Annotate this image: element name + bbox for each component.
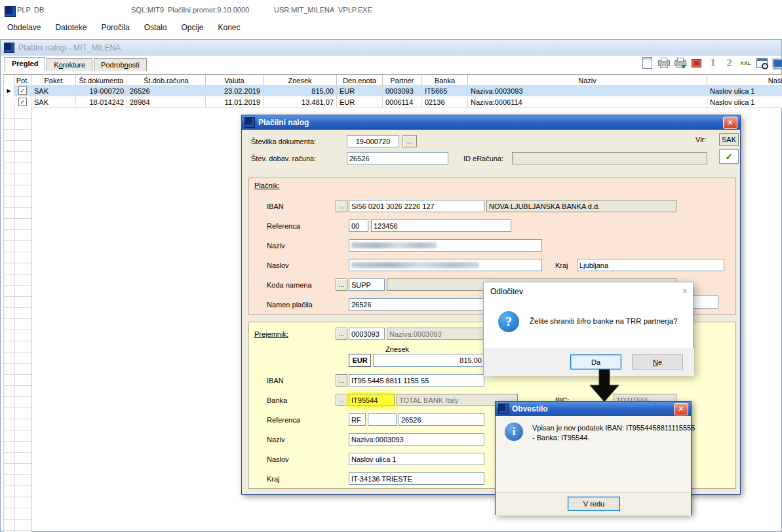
partner-input[interactable]: 0003093 bbox=[349, 328, 385, 340]
decision-dialog: Odločitev × ? Želite shraniti šifro bank… bbox=[483, 282, 694, 375]
placnik-ref-input[interactable]: 123456 bbox=[371, 219, 511, 232]
col-naziv[interactable]: Naziv bbox=[468, 75, 707, 86]
stev-dobav-label: Štev. dobav. računa: bbox=[251, 155, 316, 162]
yes-button[interactable]: Da bbox=[570, 354, 621, 370]
vir-field: SAK bbox=[719, 133, 739, 146]
tab-pregled[interactable]: Pregled bbox=[5, 57, 45, 71]
col-valuta[interactable]: Valuta bbox=[206, 75, 264, 86]
ref-check-input[interactable] bbox=[368, 413, 397, 426]
prejemnik-naslov-input[interactable]: Naslov ulica 1 bbox=[349, 453, 484, 465]
placnik-iban-lookup-button[interactable]: ... bbox=[336, 200, 347, 212]
toolbar: 1 2 XXL bbox=[640, 56, 782, 70]
no-button[interactable]: Ne bbox=[632, 354, 683, 370]
partner-name-field: Naziva:0003093 bbox=[387, 328, 485, 340]
print-icon[interactable] bbox=[656, 56, 671, 70]
placnik-naslov-label: Naslov bbox=[267, 261, 289, 269]
dialog-title: Plačilni nalog bbox=[258, 118, 723, 127]
user-info: USR:MIT_MILENA bbox=[274, 6, 334, 14]
col-st-dob-racuna[interactable]: Št.dob.računa bbox=[127, 75, 206, 86]
col-naslov[interactable]: Naslov bbox=[707, 75, 782, 86]
stev-dobav-input[interactable]: 26526 bbox=[347, 152, 448, 164]
koda-namena-lookup-button[interactable]: ... bbox=[336, 278, 347, 291]
prejemnik-referenca-label: Referenca bbox=[267, 416, 300, 424]
placnik-kraj-input[interactable]: Ljubljana bbox=[577, 259, 724, 271]
col-banka[interactable]: Banka bbox=[422, 75, 468, 86]
check-icon: ✓ bbox=[725, 151, 733, 162]
col-znesek[interactable]: Znesek bbox=[264, 75, 337, 86]
close-icon[interactable]: × bbox=[674, 403, 688, 415]
placnik-section-label: Plačnik: bbox=[254, 181, 280, 189]
id-eracuna-label: ID eRačuna: bbox=[463, 155, 503, 162]
report-icon[interactable] bbox=[640, 56, 655, 70]
ref-model-input[interactable]: RF bbox=[349, 413, 366, 426]
menu-porocila[interactable]: Poročila bbox=[94, 21, 136, 34]
stevilka-lookup-button[interactable]: ... bbox=[402, 135, 417, 147]
menu-opcije[interactable]: Opcije bbox=[174, 21, 210, 34]
placnik-naziv-label: Naziv bbox=[267, 242, 285, 250]
prejemnik-section-label: Prejemnik: bbox=[254, 330, 288, 338]
prejemnik-naziv-input[interactable]: Naziva:0003093 bbox=[349, 433, 484, 446]
menu-ostalo[interactable]: Ostalo bbox=[137, 21, 174, 34]
namen-placila-input[interactable]: 26526 bbox=[349, 298, 484, 311]
amount-input[interactable]: 815,00 bbox=[373, 354, 484, 367]
placnik-naslov-input[interactable] bbox=[349, 259, 542, 271]
notice-title: Obvestilo bbox=[512, 404, 674, 413]
col-paket[interactable]: Paket bbox=[31, 75, 76, 86]
ref-input[interactable]: 26526 bbox=[399, 413, 484, 426]
col-st-dokumenta[interactable]: Št.dokumenta bbox=[76, 75, 127, 86]
page-one-button[interactable]: 1 bbox=[705, 56, 720, 70]
table-row[interactable]: ✓ SAK 18-014242 28984 11.01.2019 13.481,… bbox=[3, 96, 782, 108]
window-titlebar[interactable]: Plačilni nalogi - MIT_MILENA bbox=[1, 40, 781, 56]
ok-button[interactable]: V redu bbox=[568, 497, 620, 511]
col-partner[interactable]: Partner bbox=[383, 75, 422, 86]
table-row[interactable]: ▶ ✓ SAK 19-000720 26526 23.02.2019 815,0… bbox=[3, 85, 782, 97]
table-zoom-icon[interactable] bbox=[754, 56, 770, 70]
placnik-ref-model-input[interactable]: 00 bbox=[349, 219, 368, 232]
koda-namena-input[interactable]: SUPP bbox=[349, 278, 385, 291]
stevilka-input[interactable]: 19-000720 bbox=[347, 135, 399, 147]
col-den-enota[interactable]: Den.enota bbox=[337, 75, 383, 86]
question-icon: ? bbox=[498, 311, 519, 332]
page-two-button[interactable]: 2 bbox=[722, 56, 737, 70]
menu-datoteke[interactable]: Datoteke bbox=[48, 21, 94, 34]
dialog-icon bbox=[498, 404, 509, 414]
product-version: Plačilni promet:9.10.0000 bbox=[168, 6, 249, 14]
menu-konec[interactable]: Konec bbox=[210, 21, 247, 34]
package-icon[interactable] bbox=[689, 56, 704, 70]
banka-label: Banka bbox=[267, 396, 287, 404]
info-icon: i bbox=[505, 423, 523, 441]
sql-info: SQL:MIT9 bbox=[131, 6, 164, 14]
currency-field[interactable]: EUR bbox=[349, 354, 371, 367]
xxl-export-icon[interactable]: XXL bbox=[738, 56, 753, 70]
placnik-referenca-label: Referenca bbox=[267, 222, 300, 230]
notice-titlebar[interactable]: Obvestilo × bbox=[496, 402, 691, 416]
annotation-arrow-icon bbox=[589, 370, 620, 402]
print-export-icon[interactable] bbox=[673, 56, 688, 70]
menu-obdelave[interactable]: Obdelave bbox=[0, 21, 48, 34]
confirm-check-button[interactable]: ✓ bbox=[719, 149, 739, 164]
close-icon[interactable]: × bbox=[723, 117, 737, 129]
row-checkbox[interactable]: ✓ bbox=[18, 98, 27, 106]
tab-korekture[interactable]: Korekture bbox=[47, 58, 92, 71]
banka-lookup-button[interactable]: ... bbox=[336, 394, 347, 406]
vir-label: Vir: bbox=[695, 136, 706, 143]
banka-input[interactable]: IT95544 bbox=[349, 394, 395, 406]
placnik-naziv-input[interactable] bbox=[349, 239, 542, 252]
placnik-iban-input[interactable]: SI56 0201 3026 2226 127 bbox=[349, 200, 484, 212]
dialog-titlebar[interactable]: Plačilni nalog × bbox=[242, 115, 740, 130]
prejemnik-iban-input[interactable]: IT95 5445 8811 1155 55 bbox=[349, 374, 484, 387]
decision-message: Želite shraniti šifro banke na TRR partn… bbox=[530, 317, 677, 325]
monitor-icon[interactable] bbox=[771, 56, 782, 70]
col-pot[interactable]: Pot. bbox=[14, 75, 31, 86]
row-checkbox[interactable]: ✓ bbox=[18, 86, 27, 95]
close-icon[interactable]: × bbox=[682, 286, 688, 296]
app-name: PLP bbox=[17, 6, 31, 14]
exe-name: VPLP.EXE bbox=[338, 6, 372, 14]
prejemnik-kraj-input[interactable]: IT-34136 TRIESTE bbox=[349, 472, 484, 485]
tab-podrobnosti[interactable]: Podrobnosti bbox=[94, 58, 147, 71]
placnik-bank-name-field: NOVA LJUBLJANSKA BANKA d.d. bbox=[486, 200, 676, 212]
partner-lookup-button[interactable]: ... bbox=[336, 328, 347, 340]
prejemnik-iban-lookup-button[interactable]: ... bbox=[336, 374, 347, 387]
namen-placila-label: Namen plačila bbox=[267, 301, 313, 309]
app-icon bbox=[5, 6, 16, 17]
